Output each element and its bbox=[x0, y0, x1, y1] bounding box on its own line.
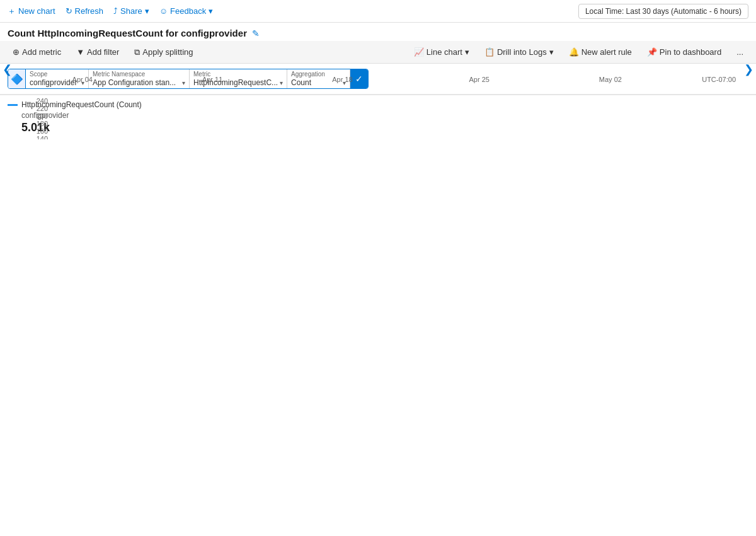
y-axis: 240 220 200 180 160 140 120 100 80 60 40… bbox=[20, 95, 52, 100]
apply-splitting-button[interactable]: ⧉ Apply splitting bbox=[129, 45, 198, 60]
pin-to-dashboard-button[interactable]: 📌 Pin to dashboard bbox=[642, 45, 726, 59]
y-label-140: 140 bbox=[37, 135, 48, 139]
refresh-button[interactable]: ↻ Refresh bbox=[66, 6, 104, 16]
refresh-label: Refresh bbox=[75, 6, 104, 16]
new-chart-label: New chart bbox=[18, 6, 55, 16]
y-label-220: 220 bbox=[37, 105, 48, 112]
line-chart-button[interactable]: 📈 Line chart ▾ bbox=[409, 45, 474, 59]
time-range-selector[interactable]: Local Time: Last 30 days (Automatic - 6 … bbox=[578, 4, 748, 19]
x-label-utc: UTC-07:00 bbox=[702, 76, 736, 83]
feedback-icon: ☺ bbox=[159, 6, 168, 16]
share-icon: ⤴ bbox=[113, 6, 118, 16]
more-options-label: ... bbox=[736, 47, 743, 57]
feedback-label: Feedback bbox=[170, 6, 206, 16]
top-bar: ＋ New chart ↻ Refresh ⤴ Share ▾ ☺ Feedba… bbox=[0, 0, 756, 23]
add-metric-button[interactable]: ⊕ Add metric bbox=[8, 45, 66, 59]
apply-splitting-label: Apply splitting bbox=[142, 47, 193, 57]
add-metric-label: Add metric bbox=[22, 47, 61, 57]
legend-item: HttpIncomingRequestCount (Count) bbox=[8, 100, 748, 109]
edit-title-icon[interactable]: ✎ bbox=[252, 28, 260, 38]
new-chart-button[interactable]: ＋ New chart bbox=[8, 6, 55, 17]
chart-nav-right-button[interactable]: ❯ bbox=[744, 62, 753, 76]
add-filter-icon: ▼ bbox=[76, 47, 84, 57]
x-label-apr25: Apr 25 bbox=[469, 76, 489, 83]
feedback-button[interactable]: ☺ Feedback ▾ bbox=[159, 6, 213, 16]
drill-logs-label: Drill into Logs bbox=[497, 47, 547, 57]
add-filter-label: Add filter bbox=[87, 47, 119, 57]
line-chart-icon: 📈 bbox=[414, 47, 424, 57]
legend-scope-container: configprovider bbox=[21, 110, 748, 120]
y-label-160: 160 bbox=[37, 127, 48, 135]
drill-logs-icon: 📋 bbox=[484, 47, 495, 57]
share-label: Share bbox=[120, 6, 142, 16]
y-label-200: 200 bbox=[37, 112, 48, 120]
line-chart-chevron: ▾ bbox=[465, 47, 469, 57]
legend-area: HttpIncomingRequestCount (Count) configp… bbox=[0, 95, 756, 139]
chart-title: Count HttpIncomingRequestCount for confi… bbox=[8, 28, 247, 38]
x-label-apr18: Apr 18 bbox=[332, 76, 352, 83]
line-chart-label: Line chart bbox=[427, 47, 462, 57]
more-options-button[interactable]: ... bbox=[731, 45, 748, 59]
y-label-180: 180 bbox=[37, 120, 48, 127]
new-chart-icon: ＋ bbox=[8, 6, 16, 17]
drill-logs-chevron: ▾ bbox=[549, 47, 554, 57]
pin-icon: 📌 bbox=[647, 47, 657, 57]
time-range-label: Local Time: Last 30 days (Automatic - 6 … bbox=[585, 7, 742, 16]
secondary-toolbar: ⊕ Add metric ▼ Add filter ⧉ Apply splitt… bbox=[0, 41, 756, 64]
top-bar-left: ＋ New chart ↻ Refresh ⤴ Share ▾ ☺ Feedba… bbox=[8, 6, 213, 17]
chart-nav-left-button[interactable]: ❮ bbox=[3, 62, 12, 76]
apply-splitting-icon: ⧉ bbox=[134, 47, 140, 57]
feedback-chevron-icon: ▾ bbox=[209, 6, 213, 16]
y-label-240: 240 bbox=[37, 97, 48, 105]
add-metric-icon: ⊕ bbox=[13, 47, 20, 57]
secondary-toolbar-right: 📈 Line chart ▾ 📋 Drill into Logs ▾ 🔔 New… bbox=[409, 45, 748, 59]
azure-config-icon: 🔷 bbox=[11, 73, 23, 85]
x-label-may02: May 02 bbox=[599, 76, 622, 83]
share-chevron-icon: ▾ bbox=[145, 6, 149, 16]
x-axis: Apr 04 Apr 11 Apr 18 Apr 25 May 02 UTC-0… bbox=[52, 72, 736, 95]
secondary-toolbar-left: ⊕ Add metric ▼ Add filter ⧉ Apply splitt… bbox=[8, 45, 198, 60]
chart-title-bar: Count HttpIncomingRequestCount for confi… bbox=[0, 23, 756, 41]
legend-value-container: 5.01k bbox=[21, 121, 748, 134]
x-label-apr11: Apr 11 bbox=[202, 76, 222, 83]
drill-into-logs-button[interactable]: 📋 Drill into Logs ▾ bbox=[479, 45, 559, 59]
new-alert-rule-button[interactable]: 🔔 New alert rule bbox=[564, 45, 637, 59]
alert-rule-icon: 🔔 bbox=[569, 47, 579, 57]
pin-label: Pin to dashboard bbox=[660, 47, 721, 57]
share-button[interactable]: ⤴ Share ▾ bbox=[113, 6, 149, 16]
refresh-icon: ↻ bbox=[66, 6, 72, 16]
alert-rule-label: New alert rule bbox=[581, 47, 632, 57]
add-filter-button[interactable]: ▼ Add filter bbox=[71, 45, 124, 59]
legend-color-swatch bbox=[8, 104, 18, 106]
x-label-apr04: Apr 04 bbox=[72, 76, 93, 83]
